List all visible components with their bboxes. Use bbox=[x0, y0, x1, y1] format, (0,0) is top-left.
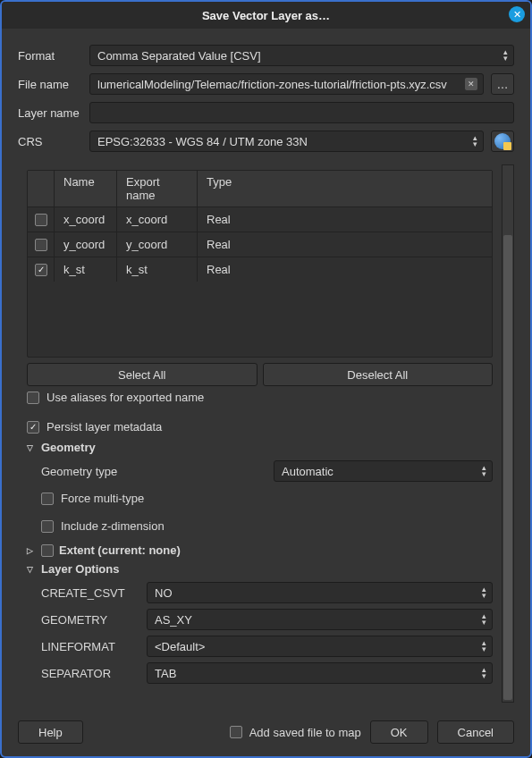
row-type: Real bbox=[198, 232, 492, 257]
lineformat-select[interactable]: <Default> ▴▾ bbox=[147, 636, 493, 657]
extent-header: Extent (current: none) bbox=[59, 543, 181, 557]
row-export: y_coord bbox=[117, 232, 198, 257]
geometry-opt-value: AS_XY bbox=[155, 613, 192, 627]
geometry-opt-label: GEOMETRY bbox=[41, 613, 139, 627]
separator-value: TAB bbox=[155, 667, 176, 680]
globe-icon bbox=[494, 133, 511, 149]
add-to-map-checkbox[interactable] bbox=[230, 726, 242, 738]
dialog-window: Save Vector Layer as… ✕ Format Comma Sep… bbox=[0, 0, 532, 758]
geometry-section-toggle[interactable]: ▽ Geometry bbox=[27, 438, 493, 457]
row-type: Real bbox=[198, 207, 492, 232]
header-name[interactable]: Name bbox=[55, 171, 117, 207]
deselect-all-button[interactable]: Deselect All bbox=[263, 363, 494, 386]
create-csvt-value: NO bbox=[155, 586, 173, 600]
geometry-type-select[interactable]: Automatic ▴▾ bbox=[274, 460, 493, 482]
row-export: k_st bbox=[117, 257, 198, 282]
chevron-down-icon: ▽ bbox=[27, 565, 36, 574]
fields-table: Name Export name Type x_coordx_coordReal… bbox=[27, 170, 493, 358]
row-name: x_coord bbox=[55, 207, 117, 232]
table-row[interactable]: y_coordy_coordReal bbox=[28, 232, 492, 257]
layername-label: Layer name bbox=[18, 106, 82, 120]
geometry-opt-select[interactable]: AS_XY ▴▾ bbox=[147, 609, 493, 630]
row-export: x_coord bbox=[117, 207, 198, 232]
row-type: Real bbox=[198, 257, 492, 282]
layer-options-section-toggle[interactable]: ▽ Layer Options bbox=[27, 560, 493, 578]
row-name: y_coord bbox=[55, 232, 117, 257]
use-aliases-checkbox[interactable] bbox=[27, 392, 39, 404]
create-csvt-select[interactable]: NO ▴▾ bbox=[147, 582, 493, 603]
dropdown-arrows-icon: ▴▾ bbox=[503, 49, 506, 62]
dropdown-arrows-icon: ▴▾ bbox=[482, 667, 485, 679]
geometry-type-value: Automatic bbox=[282, 465, 334, 478]
close-icon[interactable]: ✕ bbox=[509, 6, 525, 22]
use-aliases-label: Use aliases for exported name bbox=[46, 391, 204, 404]
include-z-label: Include z-dimension bbox=[61, 519, 165, 533]
table-header: Name Export name Type bbox=[28, 171, 492, 207]
filename-value: lumericalModeling/Telemac/friction-zones… bbox=[97, 78, 447, 91]
force-multi-label: Force multi-type bbox=[61, 492, 144, 505]
dropdown-arrows-icon: ▴▾ bbox=[482, 613, 485, 626]
header-check bbox=[28, 171, 55, 207]
titlebar: Save Vector Layer as… ✕ bbox=[2, 2, 530, 29]
dropdown-arrows-icon: ▴▾ bbox=[482, 640, 485, 653]
persist-metadata-label: Persist layer metadata bbox=[46, 420, 162, 434]
layername-input[interactable] bbox=[89, 102, 514, 123]
separator-label: SEPARATOR bbox=[41, 667, 139, 680]
row-name: k_st bbox=[55, 257, 117, 282]
lineformat-label: LINEFORMAT bbox=[41, 640, 139, 653]
content-area: Format Comma Separated Value [CSV] ▴▾ Fi… bbox=[2, 29, 530, 712]
geometry-type-label: Geometry type bbox=[41, 465, 139, 478]
header-type[interactable]: Type bbox=[198, 171, 492, 207]
crs-picker-button[interactable] bbox=[491, 131, 514, 152]
header-export[interactable]: Export name bbox=[117, 171, 198, 207]
include-z-checkbox[interactable] bbox=[41, 520, 54, 533]
format-value: Comma Separated Value [CSV] bbox=[97, 49, 261, 63]
ok-button[interactable]: OK bbox=[370, 720, 428, 744]
help-button[interactable]: Help bbox=[18, 720, 83, 744]
cancel-button[interactable]: Cancel bbox=[437, 720, 514, 744]
window-title: Save Vector Layer as… bbox=[202, 9, 330, 22]
chevron-down-icon: ▽ bbox=[27, 443, 36, 452]
dropdown-arrows-icon: ▴▾ bbox=[473, 135, 476, 147]
vertical-scrollbar[interactable] bbox=[502, 164, 514, 703]
dropdown-arrows-icon: ▴▾ bbox=[482, 465, 485, 477]
format-label: Format bbox=[18, 49, 82, 63]
format-select[interactable]: Comma Separated Value [CSV] ▴▾ bbox=[89, 45, 514, 66]
force-multi-checkbox[interactable] bbox=[41, 493, 54, 505]
row-checkbox[interactable] bbox=[35, 264, 47, 276]
extent-section-toggle[interactable]: ▷ Extent (current: none) bbox=[27, 541, 493, 560]
add-to-map-label: Add saved file to map bbox=[249, 726, 361, 739]
crs-select[interactable]: EPSG:32633 - WGS 84 / UTM zone 33N ▴▾ bbox=[89, 131, 484, 152]
row-checkbox[interactable] bbox=[35, 214, 47, 226]
clear-icon[interactable]: ✕ bbox=[465, 78, 477, 90]
scrollbar-thumb[interactable] bbox=[503, 235, 512, 700]
dropdown-arrows-icon: ▴▾ bbox=[482, 586, 485, 599]
crs-label: CRS bbox=[18, 135, 82, 148]
separator-select[interactable]: TAB ▴▾ bbox=[147, 662, 493, 684]
lineformat-value: <Default> bbox=[155, 640, 205, 653]
filename-label: File name bbox=[18, 78, 82, 91]
dialog-footer: Help Add saved file to map OK Cancel bbox=[2, 712, 530, 756]
persist-metadata-checkbox[interactable] bbox=[27, 421, 39, 434]
table-row[interactable]: x_coordx_coordReal bbox=[28, 207, 492, 232]
create-csvt-label: CREATE_CSVT bbox=[41, 586, 139, 600]
chevron-right-icon: ▷ bbox=[27, 546, 36, 555]
crs-value: EPSG:32633 - WGS 84 / UTM zone 33N bbox=[97, 135, 308, 148]
table-row[interactable]: k_stk_stReal bbox=[28, 257, 492, 282]
select-all-button[interactable]: Select All bbox=[27, 363, 258, 386]
geometry-header: Geometry bbox=[41, 441, 96, 454]
row-checkbox[interactable] bbox=[35, 239, 47, 251]
filename-input[interactable]: lumericalModeling/Telemac/friction-zones… bbox=[89, 73, 484, 95]
browse-button[interactable]: … bbox=[491, 73, 514, 95]
layer-options-header: Layer Options bbox=[41, 562, 119, 576]
extent-checkbox[interactable] bbox=[41, 544, 54, 557]
